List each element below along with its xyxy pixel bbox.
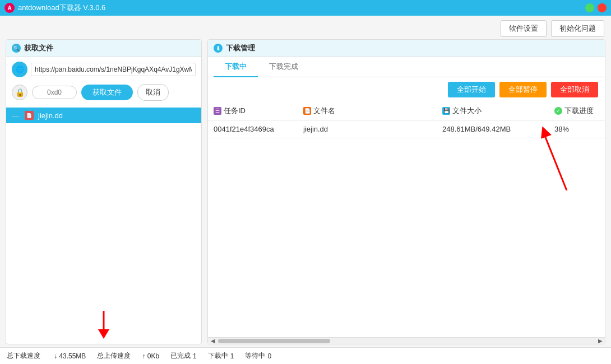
waiting-label: 等待中 <box>245 351 265 361</box>
upload-speed-item: 总上传速度 <box>97 351 131 361</box>
tab-downloading[interactable]: 下载中 <box>214 57 258 77</box>
horizontal-scrollbar[interactable]: ◀ ▶ <box>208 337 605 344</box>
fetch-button[interactable]: 获取文件 <box>81 85 133 100</box>
scroll-right-icon[interactable]: ▶ <box>596 338 604 344</box>
down-arrow-area <box>6 302 201 344</box>
completed-value: 1 <box>193 352 197 360</box>
right-panel-header: ⬇ 下载管理 <box>208 40 605 57</box>
task-col-icon: ☰ <box>214 107 221 115</box>
toolbar: 软件设置 初始化问题 <box>0 16 611 39</box>
table-header: ☰ 任务ID 📄 文件名 💾 文件大小 ✓ 下载进度 <box>208 102 605 120</box>
cell-file-size: 248.61MB/649.42MB <box>437 120 549 138</box>
col-header-name: 📄 文件名 <box>298 102 437 120</box>
col-header-progress: ✓ 下载进度 <box>549 102 605 120</box>
download-speed-value: ↓ 43.55MB <box>54 352 86 360</box>
scrollbar-thumb[interactable] <box>218 339 330 343</box>
download-icon: ⬇ <box>214 44 223 53</box>
left-panel-title: 获取文件 <box>24 43 53 53</box>
waiting-value: 0 <box>267 352 271 360</box>
cell-file-name: jiejin.dd <box>298 120 437 138</box>
progress-col-icon: ✓ <box>554 107 562 115</box>
cell-task-id: 0041f21e4f3469ca <box>208 120 298 138</box>
lock-icon: 🔒 <box>12 85 27 100</box>
download-speed-value-item: ↓ 43.55MB <box>52 352 86 360</box>
upload-speed-label: 总上传速度 <box>97 351 131 361</box>
app-icon: A <box>4 3 15 13</box>
file-list: — 📄 jiejin.dd <box>6 105 201 302</box>
url-input[interactable] <box>31 63 196 76</box>
tab-completed[interactable]: 下载完成 <box>258 57 309 77</box>
waiting-item: 等待中 0 <box>245 351 271 361</box>
scroll-left-icon[interactable]: ◀ <box>209 338 217 344</box>
cell-progress: 38% <box>549 120 605 138</box>
downloading-item: 下载中 1 <box>208 351 234 361</box>
main-area: 软件设置 初始化问题 🔍 获取文件 🌐 🔒 获取文件 取消 <box>0 16 611 364</box>
init-button[interactable]: 初始化问题 <box>551 20 604 37</box>
download-speed-item: 总下载速度 <box>7 351 40 361</box>
upload-speed-value-item: ↑ 0Kb <box>142 352 159 360</box>
window-controls <box>585 3 607 12</box>
completed-item: 已完成 1 <box>170 351 197 361</box>
right-panel-title: 下载管理 <box>226 43 255 53</box>
start-all-button[interactable]: 全部开始 <box>448 82 495 97</box>
list-item[interactable]: — 📄 jiejin.dd <box>6 108 201 123</box>
size-col-icon: 💾 <box>442 107 450 115</box>
downloading-value: 1 <box>230 352 234 360</box>
actions-row: 全部开始 全部暂停 全部取消 <box>208 77 605 102</box>
url-row: 🌐 <box>6 57 201 82</box>
svg-marker-1 <box>98 329 109 339</box>
tabs-row: 下载中 下载完成 <box>208 57 605 77</box>
settings-button[interactable]: 软件设置 <box>501 20 547 37</box>
downloading-label: 下载中 <box>208 351 228 361</box>
down-arrow-icon <box>92 308 115 342</box>
download-table: ☰ 任务ID 📄 文件名 💾 文件大小 ✓ 下载进度 <box>208 102 605 337</box>
name-col-icon: 📄 <box>303 107 311 115</box>
app-title: antdownload下载器 V.3.0.6 <box>18 3 105 13</box>
completed-label: 已完成 <box>170 351 191 361</box>
file-name: jiejin.dd <box>38 111 63 120</box>
minimize-icon[interactable] <box>585 3 594 12</box>
search-icon: 🔍 <box>12 44 21 53</box>
statusbar: 总下载速度 ↓ 43.55MB 总上传速度 ↑ 0Kb 已完成 1 下载中 1 … <box>0 347 611 364</box>
password-input[interactable] <box>32 86 77 99</box>
pause-all-button[interactable]: 全部暂停 <box>499 82 547 97</box>
table-row[interactable]: 0041f21e4f3469ca jiejin.dd 248.61MB/649.… <box>208 120 605 138</box>
right-panel: ⬇ 下载管理 下载中 下载完成 全部开始 全部暂停 全部取消 ☰ <box>207 39 605 344</box>
svg-line-2 <box>544 134 567 190</box>
panels: 🔍 获取文件 🌐 🔒 获取文件 取消 — 📄 jiejin.dd <box>0 39 611 347</box>
action-row: 🔒 获取文件 取消 <box>6 82 201 105</box>
left-panel: 🔍 获取文件 🌐 🔒 获取文件 取消 — 📄 jiejin.dd <box>6 39 202 344</box>
col-header-task: ☰ 任务ID <box>208 102 298 120</box>
table-body: 0041f21e4f3469ca jiejin.dd 248.61MB/649.… <box>208 120 605 337</box>
cancel-all-button[interactable]: 全部取消 <box>551 82 598 97</box>
check-icon: — <box>12 111 19 120</box>
upload-speed-value: ↑ 0Kb <box>142 352 159 360</box>
col-header-size: 💾 文件大小 <box>437 102 549 120</box>
download-speed-label: 总下载速度 <box>7 351 40 361</box>
close-icon[interactable] <box>598 3 607 12</box>
file-icon: 📄 <box>25 111 34 120</box>
cancel-button[interactable]: 取消 <box>137 84 169 101</box>
titlebar: A antdownload下载器 V.3.0.6 <box>0 0 611 16</box>
left-panel-header: 🔍 获取文件 <box>6 40 201 57</box>
url-icon: 🌐 <box>12 62 27 77</box>
